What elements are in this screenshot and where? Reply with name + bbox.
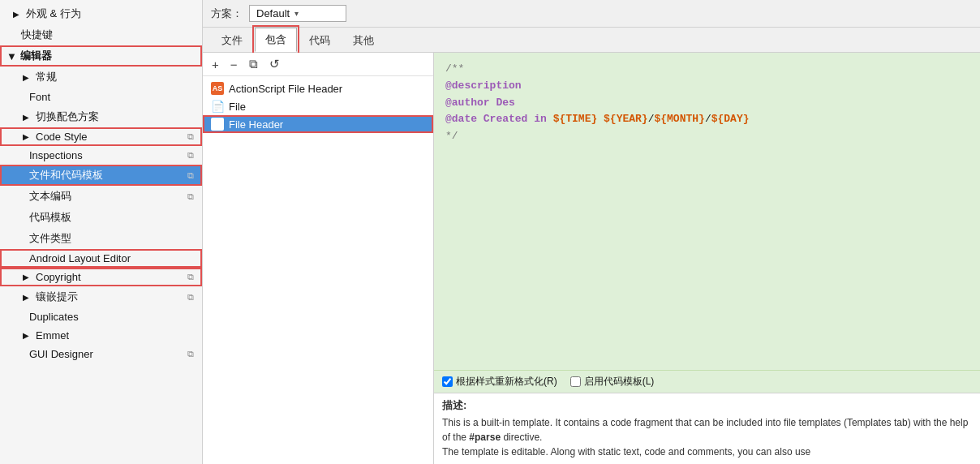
scheme-dropdown[interactable]: Default ▾: [249, 5, 346, 22]
header-file-icon: FH: [211, 118, 224, 131]
code-line-4: @date Created in ${TIME} ${YEAR}/${MONTH…: [445, 111, 969, 128]
tab-file[interactable]: 文件: [211, 28, 253, 52]
parse-directive: #parse: [469, 432, 501, 443]
list-item-label: ActionScript File Header: [229, 83, 342, 95]
list-item-file[interactable]: 📄 File: [203, 97, 433, 115]
scheme-bar: 方案： Default ▾: [203, 0, 980, 28]
copy-icon: ⧉: [187, 292, 194, 303]
chevron-right-icon: ▶: [11, 10, 21, 19]
copy-icon: ⧉: [187, 150, 194, 161]
add-button[interactable]: +: [209, 57, 221, 72]
sidebar-item-general[interactable]: ▶ 常规: [0, 67, 202, 88]
enable-templates-checkbox[interactable]: [570, 376, 581, 387]
copy-button[interactable]: ⧉: [247, 56, 260, 72]
sidebar-item-android-layout-editor[interactable]: Android Layout Editor: [0, 249, 202, 268]
tab-code[interactable]: 代码: [299, 28, 341, 52]
description-title: 描述:: [442, 398, 972, 413]
enable-templates-label: 启用代码模板(L): [584, 375, 655, 389]
as-file-icon: AS: [211, 82, 224, 95]
sidebar-item-keymap[interactable]: 快捷键: [0, 24, 202, 45]
chevron-right-icon: ▶: [21, 132, 31, 141]
scheme-value: Default: [256, 7, 290, 19]
sidebar-item-font[interactable]: Font: [0, 88, 202, 106]
file-list-panel: + − ⧉ ↺ AS ActionScript File Header 📄 Fi…: [203, 53, 434, 464]
list-item-actionscript[interactable]: AS ActionScript File Header: [203, 79, 433, 97]
sidebar-item-file-types[interactable]: 文件类型: [0, 228, 202, 249]
code-bottom-bar: 根据样式重新格式化(R) 启用代码模板(L): [434, 370, 980, 393]
chevron-right-icon: ▶: [21, 293, 31, 302]
file-list: AS ActionScript File Header 📄 File FH Fi…: [203, 76, 433, 464]
reformat-checkbox[interactable]: [442, 376, 453, 387]
remove-button[interactable]: −: [228, 57, 240, 72]
chevron-down-icon: ▼: [6, 50, 17, 62]
file-icon: 📄: [211, 100, 224, 113]
chevron-right-icon: ▶: [21, 273, 31, 281]
chevron-down-icon: ▾: [294, 9, 299, 18]
code-line-3: @author Des: [445, 95, 969, 112]
description-text: This is a built-in template. It contains…: [442, 415, 972, 459]
tab-include[interactable]: 包含: [255, 28, 297, 52]
code-line-5: */: [445, 128, 969, 145]
copy-icon: ⧉: [187, 349, 194, 359]
sidebar-item-code-templates[interactable]: 代码模板: [0, 207, 202, 228]
sidebar-item-file-templates[interactable]: 文件和代码模板 ⧉: [0, 165, 202, 186]
list-item-label: File: [229, 101, 246, 113]
reset-button[interactable]: ↺: [267, 56, 282, 72]
code-editor[interactable]: /** @description @author Des @date Creat…: [434, 53, 980, 370]
tabs-bar: 文件 包含 代码 其他: [203, 28, 980, 53]
chevron-right-icon: ▶: [21, 113, 31, 122]
content-area: + − ⧉ ↺ AS ActionScript File Header 📄 Fi…: [203, 53, 980, 464]
copy-icon: ⧉: [187, 272, 194, 282]
file-toolbar: + − ⧉ ↺: [203, 53, 433, 76]
copy-icon: ⧉: [187, 170, 194, 181]
chevron-right-icon: ▶: [21, 331, 31, 340]
copy-icon: ⧉: [187, 191, 194, 202]
code-line-2: @description: [445, 78, 969, 95]
sidebar-item-editor[interactable]: ▼ 编辑器: [0, 45, 202, 67]
reformat-checkbox-row: 根据样式重新格式化(R): [442, 375, 557, 389]
enable-templates-checkbox-row: 启用代码模板(L): [570, 375, 655, 389]
tab-other[interactable]: 其他: [342, 28, 385, 52]
main-panel: 方案： Default ▾ 文件 包含 代码 其他 + − ⧉ ↺ AS Act…: [203, 0, 980, 464]
sidebar-item-hint[interactable]: ▶ 镶嵌提示 ⧉: [0, 286, 202, 307]
sidebar-item-appearance[interactable]: ▶ 外观 & 行为: [0, 3, 202, 24]
code-line-1: /**: [445, 61, 969, 78]
scheme-label: 方案：: [211, 6, 243, 21]
sidebar-item-inspections[interactable]: Inspections ⧉: [0, 146, 202, 165]
copy-icon: ⧉: [187, 131, 194, 142]
code-panel: /** @description @author Des @date Creat…: [434, 53, 980, 464]
list-item-label: File Header: [229, 118, 283, 131]
description-panel: 描述: This is a built-in template. It cont…: [434, 393, 980, 464]
list-item-file-header[interactable]: FH File Header: [203, 115, 433, 133]
sidebar-item-gui-designer[interactable]: GUI Designer ⧉: [0, 345, 202, 363]
sidebar-item-code-style[interactable]: ▶ Code Style ⧉: [0, 127, 202, 146]
sidebar-item-text-encoding[interactable]: 文本编码 ⧉: [0, 186, 202, 207]
sidebar-item-color-scheme[interactable]: ▶ 切换配色方案: [0, 106, 202, 127]
reformat-label: 根据样式重新格式化(R): [456, 375, 557, 389]
sidebar-item-copyright[interactable]: ▶ Copyright ⧉: [0, 268, 202, 286]
chevron-right-icon: ▶: [21, 73, 31, 82]
sidebar-item-emmet[interactable]: ▶ Emmet: [0, 326, 202, 345]
settings-sidebar: ▶ 外观 & 行为 快捷键 ▼ 编辑器 ▶ 常规 Font ▶ 切换配色方案 ▶…: [0, 0, 203, 464]
sidebar-item-duplicates[interactable]: Duplicates: [0, 307, 202, 326]
